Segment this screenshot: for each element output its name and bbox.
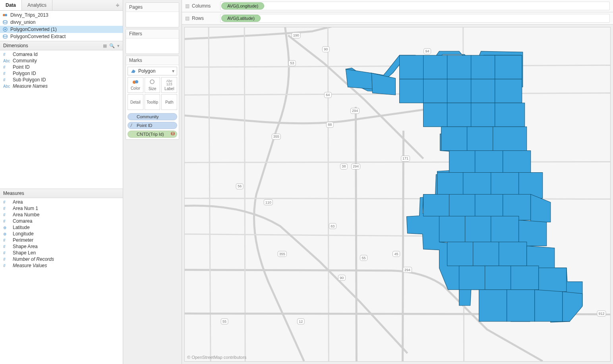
rows-label: ▤ Rows [185,15,217,21]
marks-card: Marks Polygon ▾ Color Size Abc123 Label … [126,56,179,140]
datasource-item[interactable]: divvy_union [0,19,123,26]
path-button[interactable]: Path [161,94,177,110]
tooltip-button[interactable]: Tooltip [145,94,161,110]
label-button[interactable]: Abc123 Label [161,77,177,93]
svg-text:94: 94 [425,49,429,53]
svg-text:64: 64 [326,93,330,97]
dimension-field[interactable]: #Sub Polygon ID [0,77,123,83]
dimension-field[interactable]: AbcMeasure Names [0,83,123,89]
polygon-icon [130,69,136,73]
btn-label: Tooltip [147,100,158,104]
search-icon[interactable]: 🔍 [109,43,115,48]
rows-shelf[interactable]: ▤ Rows AVG(Latitude) [182,12,613,25]
menu-caret-icon[interactable]: ▾ [117,43,120,48]
map-view[interactable]: 190 94 90 294 53 290 355 88 56 355 38 11… [184,27,611,362]
datasource-label: PolygonConverted (1) [10,27,57,32]
color-button[interactable]: Color [128,77,143,93]
measure-field[interactable]: #Area Numbe [0,212,123,218]
btn-label: Path [165,100,174,104]
dimension-field[interactable]: #Comarea Id [0,51,123,58]
hash-icon: # [3,71,10,76]
svg-text:171: 171 [402,156,408,160]
filters-header: Filters [126,29,179,39]
hash-icon: # [3,245,10,249]
datasource-item[interactable]: PolygonConverted Extract [0,33,123,40]
datasource-icon [2,19,8,25]
hash-icon: # [3,52,10,57]
hash-icon: # [3,65,10,69]
dimension-field[interactable]: AbcCommunity [0,58,123,64]
detail-button[interactable]: Detail [128,94,143,110]
svg-point-10 [171,132,174,134]
svg-text:190: 190 [293,33,299,37]
field-label: Perimeter [13,237,33,243]
abc-icon: Abc [3,84,10,89]
svg-text:88: 88 [328,123,332,127]
measures-list: #Area #Area Num 1 #Area Numbe #Comarea ⊕… [0,198,123,364]
measure-field[interactable]: #Perimeter [0,237,123,243]
measure-field[interactable]: #Shape Area [0,243,123,250]
mark-type-dropdown[interactable]: Polygon ▾ [128,67,177,75]
measure-field[interactable]: #Measure Values [0,262,123,269]
size-button[interactable]: Size [145,77,161,93]
pages-shelf[interactable] [126,12,179,27]
tab-data[interactable]: Data [0,0,22,10]
pill-label: Point ID [137,123,152,128]
measure-field[interactable]: #Shape Len [0,250,123,256]
measure-field[interactable]: #Area [0,199,123,205]
measure-field[interactable]: #Number of Records [0,256,123,262]
measure-field[interactable]: ⊕Latitude [0,224,123,231]
hash-icon: # [3,206,10,211]
svg-text:55: 55 [362,256,365,260]
dimensions-list: #Comarea Id AbcCommunity #Point ID #Poly… [0,50,123,90]
globe-icon: ⊕ [3,225,10,230]
svg-point-9 [150,80,154,84]
rows-pill[interactable]: AVG(Latitude) [221,15,261,22]
line-path-icon: 〳 [130,123,133,127]
field-label: Latitude [13,225,30,230]
dimensions-title: Dimensions [3,43,28,48]
measures-header: Measures [0,189,123,198]
svg-text:53: 53 [290,61,294,65]
filters-shelf[interactable] [126,39,179,54]
datasource-icon [2,34,8,39]
field-label: Comarea [13,218,32,224]
pill-community[interactable]: Community [128,113,177,120]
pill-point-id[interactable]: 〳 Point ID [128,122,177,129]
dimension-field[interactable]: #Point ID [0,64,123,70]
columns-track[interactable]: AVG(Longitude) [220,2,610,10]
svg-point-4 [4,29,6,30]
tab-analytics[interactable]: Analytics [22,0,52,10]
svg-text:912: 912 [598,312,604,316]
field-label: Shape Area [13,244,38,249]
datasource-item[interactable]: Divvy_Trips_2013 [0,12,123,19]
pages-card: Pages [126,2,179,27]
svg-text:55: 55 [222,320,226,324]
columns-shelf[interactable]: ▥ Columns AVG(Longitude) [182,0,613,12]
field-label: Longitude [13,231,34,237]
marks-pills-area[interactable]: Community 〳 Point ID CNTD(Trip Id) [126,112,179,139]
marks-buttons: Color Size Abc123 Label Detail Tooltip P… [126,77,179,112]
color-icon [132,79,139,85]
svg-point-2 [3,21,7,23]
measure-field[interactable]: ⊕Longitude [0,231,123,237]
columns-icon: ▥ [185,3,190,9]
field-label: Area Num 1 [13,206,38,211]
pill-cntd-tripid[interactable]: CNTD(Trip Id) [128,131,177,138]
cards-column: Pages Filters Marks Polygon ▾ Color Size… [123,0,182,364]
rows-track[interactable]: AVG(Latitude) [220,14,610,23]
columns-pill[interactable]: AVG(Longitude) [221,2,264,10]
measure-field[interactable]: #Area Num 1 [0,205,123,212]
pill-label: Community [137,114,159,119]
hash-icon: # [3,238,10,243]
datasource-item-selected[interactable]: PolygonConverted (1) [0,26,123,33]
rows-icon: ▤ [185,15,190,21]
measure-field[interactable]: #Comarea [0,218,123,224]
field-label: Comarea Id [13,52,38,57]
hash-icon: # [3,200,10,204]
caret-icon[interactable]: ≑ [112,0,123,10]
svg-text:90: 90 [324,47,328,51]
view-as-icon[interactable]: ▦ [103,43,107,48]
map-svg: 190 94 90 294 53 290 355 88 56 355 38 11… [185,27,610,361]
dimension-field[interactable]: #Polygon ID [0,70,123,77]
